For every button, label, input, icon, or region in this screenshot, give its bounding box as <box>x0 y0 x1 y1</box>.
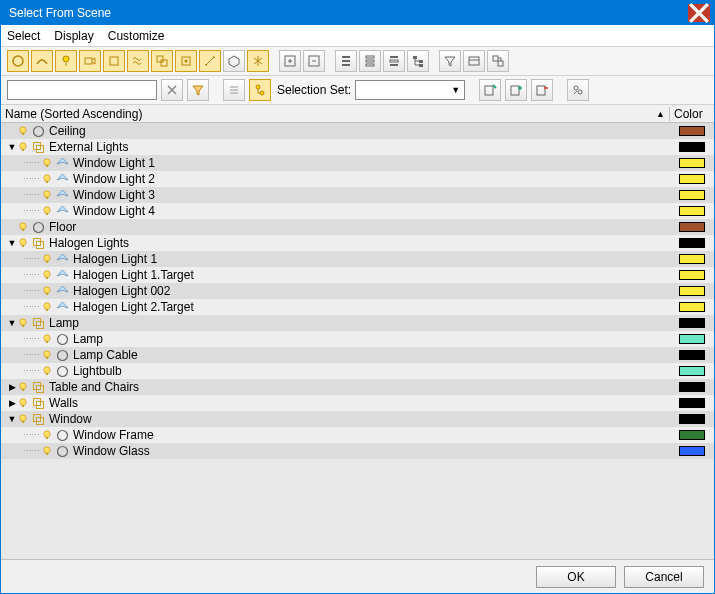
filter-spacewarps-button[interactable] <box>127 50 149 72</box>
filter-cameras-button[interactable] <box>79 50 101 72</box>
group-icon <box>31 236 45 250</box>
color-swatch[interactable] <box>679 222 705 232</box>
svg-rect-48 <box>22 229 24 231</box>
color-swatch[interactable] <box>679 206 705 216</box>
svg-point-87 <box>44 431 50 437</box>
select-children-button[interactable] <box>407 50 429 72</box>
filter-geometry-button[interactable] <box>7 50 29 72</box>
find-button[interactable] <box>187 79 209 101</box>
color-swatch[interactable] <box>679 158 705 168</box>
column-name[interactable]: Name (Sorted Ascending) ▲ <box>1 107 670 121</box>
tree-row[interactable]: ⋯⋯Window Light 2 <box>1 171 714 187</box>
expand-toggle[interactable]: ▼ <box>7 142 17 152</box>
tree-row[interactable]: ⋯⋯Window Glass <box>1 443 714 459</box>
expand-toggle[interactable]: ▼ <box>7 238 17 248</box>
view-settings-button[interactable] <box>463 50 485 72</box>
selset-add-button[interactable] <box>505 79 527 101</box>
menu-customize[interactable]: Customize <box>108 29 165 43</box>
color-swatch[interactable] <box>679 334 705 344</box>
filter-containers-button[interactable] <box>223 50 245 72</box>
color-swatch[interactable] <box>679 142 705 152</box>
expand-toggle[interactable]: ▶ <box>7 398 17 408</box>
menu-select[interactable]: Select <box>7 29 40 43</box>
collapse-all-button[interactable] <box>303 50 325 72</box>
color-swatch[interactable] <box>679 430 705 440</box>
tree-row[interactable]: ▼External Lights <box>1 139 714 155</box>
svg-rect-33 <box>22 133 24 135</box>
selset-remove-button[interactable] <box>531 79 553 101</box>
color-swatch[interactable] <box>679 302 705 312</box>
select-all-button[interactable] <box>335 50 357 72</box>
color-swatch[interactable] <box>679 126 705 136</box>
tree-row[interactable]: ⋯⋯Lamp Cable <box>1 347 714 363</box>
clear-search-button[interactable] <box>161 79 183 101</box>
display-children-button[interactable] <box>249 79 271 101</box>
color-swatch[interactable] <box>679 350 705 360</box>
tree-row[interactable]: ⋯⋯Window Frame <box>1 427 714 443</box>
tree-connector: ⋯⋯ <box>23 302 41 312</box>
menu-display[interactable]: Display <box>54 29 93 43</box>
filter-button[interactable] <box>439 50 461 72</box>
color-swatch[interactable] <box>679 238 705 248</box>
tree-row[interactable]: ⋯⋯Halogen Light 2.Target <box>1 299 714 315</box>
tree-row[interactable]: ⋯⋯Halogen Light 002 <box>1 283 714 299</box>
expand-toggle[interactable]: ▼ <box>7 318 17 328</box>
filter-helpers-button[interactable] <box>103 50 125 72</box>
group-icon <box>31 396 45 410</box>
tree-row[interactable]: ⋯⋯Lightbulb <box>1 363 714 379</box>
tree-row[interactable]: ▶Walls <box>1 395 714 411</box>
color-swatch[interactable] <box>679 446 705 456</box>
filter-groups-button[interactable] <box>151 50 173 72</box>
tree-row[interactable]: ⋯⋯Halogen Light 1 <box>1 251 714 267</box>
color-swatch[interactable] <box>679 286 705 296</box>
color-swatch[interactable] <box>679 318 705 328</box>
selset-create-button[interactable] <box>479 79 501 101</box>
tree-row[interactable]: Ceiling <box>1 123 714 139</box>
color-swatch[interactable] <box>679 190 705 200</box>
select-invert-button[interactable] <box>383 50 405 72</box>
node-label: Lamp <box>71 332 103 346</box>
sync-selection-button[interactable] <box>487 50 509 72</box>
lock-toggle-button[interactable] <box>223 79 245 101</box>
color-swatch[interactable] <box>679 366 705 376</box>
light-icon <box>55 252 69 266</box>
filter-frozen-button[interactable] <box>247 50 269 72</box>
tree-row[interactable]: ⋯⋯Window Light 3 <box>1 187 714 203</box>
tree-row[interactable]: ▼Window <box>1 411 714 427</box>
tree-row[interactable]: ⋯⋯Window Light 1 <box>1 155 714 171</box>
color-swatch[interactable] <box>679 254 705 264</box>
filter-xrefs-button[interactable] <box>175 50 197 72</box>
filter-bones-button[interactable] <box>199 50 221 72</box>
filter-lights-button[interactable] <box>55 50 77 72</box>
color-swatch[interactable] <box>679 270 705 280</box>
scene-tree[interactable]: Ceiling▼External Lights⋯⋯Window Light 1⋯… <box>1 123 714 559</box>
tree-row[interactable]: ▼Lamp <box>1 315 714 331</box>
tree-row[interactable]: ⋯⋯Lamp <box>1 331 714 347</box>
tree-row[interactable]: ▼Halogen Lights <box>1 235 714 251</box>
footer: OK Cancel <box>1 559 714 593</box>
selection-set-dropdown[interactable]: ▼ <box>355 80 465 100</box>
column-color[interactable]: Color <box>670 107 714 121</box>
selset-highlight-button[interactable] <box>567 79 589 101</box>
color-swatch[interactable] <box>679 174 705 184</box>
tree-row[interactable]: ▶Table and Chairs <box>1 379 714 395</box>
tree-row[interactable]: ⋯⋯Halogen Light 1.Target <box>1 267 714 283</box>
expand-toggle[interactable]: ▶ <box>7 382 17 392</box>
ok-button[interactable]: OK <box>536 566 616 588</box>
cancel-button[interactable]: Cancel <box>624 566 704 588</box>
search-input[interactable] <box>7 80 157 100</box>
filter-shapes-button[interactable] <box>31 50 53 72</box>
svg-rect-46 <box>46 213 48 215</box>
color-swatch[interactable] <box>679 414 705 424</box>
tree-connector: ⋯⋯ <box>23 430 41 440</box>
svg-point-43 <box>44 191 50 197</box>
tree-row[interactable]: Floor <box>1 219 714 235</box>
color-swatch[interactable] <box>679 398 705 408</box>
tree-row[interactable]: ⋯⋯Window Light 4 <box>1 203 714 219</box>
expand-toggle[interactable]: ▼ <box>7 414 17 424</box>
close-button[interactable] <box>688 4 710 22</box>
select-none-button[interactable] <box>359 50 381 72</box>
color-swatch[interactable] <box>679 382 705 392</box>
expand-all-button[interactable] <box>279 50 301 72</box>
svg-rect-27 <box>485 86 493 95</box>
